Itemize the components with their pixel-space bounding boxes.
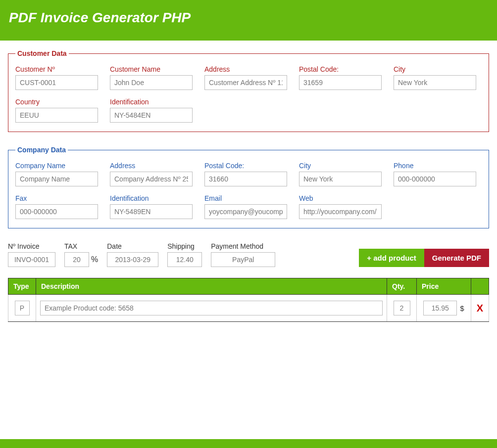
add-product-button[interactable]: + add product (359, 249, 424, 267)
invoice-payment-label: Payment Method (211, 242, 275, 250)
company-postal-input[interactable] (204, 172, 287, 186)
customer-country-input[interactable] (15, 108, 98, 123)
customer-city-label: City (394, 65, 476, 73)
company-web-label: Web (299, 194, 382, 202)
company-fax-input[interactable] (15, 204, 98, 219)
company-phone-label: Phone (394, 162, 476, 170)
tax-percent-label: % (91, 255, 98, 267)
company-id-label: Identification (110, 194, 193, 202)
company-postal-label: Postal Code: (204, 162, 287, 170)
delete-row-button[interactable]: X (471, 295, 489, 322)
company-fax-label: Fax (15, 194, 98, 202)
customer-number-label: Customer Nº (15, 65, 98, 73)
customer-postal-label: Postal Code: (299, 65, 382, 73)
customer-data-fieldset: Customer Data Customer Nº Customer Name … (8, 49, 489, 132)
company-city-label: City (299, 162, 382, 170)
invoice-payment-input[interactable] (211, 252, 275, 267)
customer-number-input[interactable] (15, 75, 98, 90)
table-header-delete (471, 278, 489, 295)
invoice-shipping-label: Shipping (167, 242, 202, 250)
company-address-label: Address (110, 162, 193, 170)
company-email-input[interactable] (204, 204, 287, 219)
company-id-input[interactable] (110, 204, 193, 219)
customer-city-input[interactable] (394, 75, 476, 90)
company-phone-input[interactable] (394, 172, 476, 186)
product-type-input[interactable] (15, 301, 30, 315)
company-name-label: Company Name (15, 162, 98, 170)
company-data-fieldset: Company Data Company Name Address Postal… (8, 146, 489, 228)
company-legend: Company Data (15, 146, 68, 154)
company-city-input[interactable] (299, 172, 382, 186)
invoice-number-input[interactable] (8, 252, 55, 267)
products-table: Type Description Qty. Price (8, 278, 489, 322)
company-name-input[interactable] (15, 172, 98, 186)
table-header-qty: Qty. (387, 278, 417, 295)
invoice-shipping-input[interactable] (167, 252, 202, 267)
customer-id-label: Identification (110, 98, 193, 106)
page-title: PDF Invoice Generator PHP (9, 10, 488, 26)
customer-country-label: Country (15, 98, 98, 106)
customer-address-label: Address (204, 65, 287, 73)
invoice-number-label: Nº Invoice (8, 242, 55, 250)
product-price-input[interactable] (423, 301, 457, 315)
table-header-price: Price (417, 278, 471, 295)
customer-name-label: Customer Name (110, 65, 193, 73)
product-qty-input[interactable] (394, 301, 410, 315)
generate-pdf-button[interactable]: Generate PDF (424, 249, 489, 267)
company-email-label: Email (204, 194, 287, 202)
customer-name-input[interactable] (110, 75, 193, 90)
invoice-date-label: Date (107, 242, 158, 250)
table-header-type: Type (8, 278, 36, 295)
table-row: $ X (8, 295, 489, 322)
invoice-tax-label: TAX (64, 242, 89, 250)
customer-postal-input[interactable] (299, 75, 382, 90)
customer-address-input[interactable] (204, 75, 287, 90)
invoice-tax-input[interactable] (64, 252, 89, 267)
currency-label: $ (458, 304, 464, 313)
company-address-input[interactable] (110, 172, 193, 186)
invoice-date-input[interactable] (107, 252, 158, 267)
customer-legend: Customer Data (15, 49, 69, 57)
table-header-description: Description (36, 278, 387, 295)
product-description-input[interactable] (40, 301, 383, 315)
company-web-input[interactable] (299, 204, 382, 219)
customer-id-input[interactable] (110, 108, 193, 123)
app-header: PDF Invoice Generator PHP (0, 0, 497, 41)
